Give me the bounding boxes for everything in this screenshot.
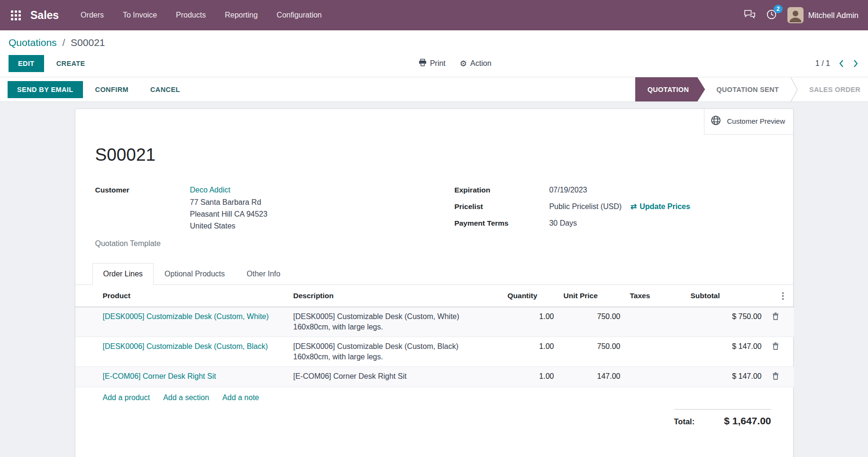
printer-icon <box>419 59 427 68</box>
user-name: Mitchell Admin <box>808 11 859 20</box>
line-add-links: Add a product Add a section Add a note <box>75 387 793 408</box>
col-header-description[interactable]: Description <box>289 285 503 307</box>
payment-terms-value: 30 Days <box>549 217 577 229</box>
line-unit-price: 750.00 <box>559 307 625 337</box>
field-group: Customer Deco Addict 77 Santa Barbara Rd… <box>95 184 773 248</box>
payment-terms-label: Payment Terms <box>454 217 549 229</box>
pager: 1 / 1 <box>815 58 859 69</box>
top-navbar: Sales Orders To Invoice Products Reporti… <box>0 0 868 30</box>
row-handle <box>75 337 98 367</box>
delete-line-button[interactable] <box>771 311 780 321</box>
print-button[interactable]: Print <box>419 59 446 68</box>
send-by-email-button[interactable]: SEND BY EMAIL <box>8 81 83 98</box>
customer-preview-label: Customer Preview <box>727 117 786 126</box>
customer-preview-button[interactable]: Customer Preview <box>704 109 793 135</box>
table-header-row: Product Description Quantity Unit Price … <box>75 285 794 307</box>
customer-link[interactable]: Deco Addict <box>190 186 230 194</box>
user-menu[interactable]: Mitchell Admin <box>787 7 859 23</box>
cancel-button[interactable]: CANCEL <box>141 81 190 98</box>
navbar-systray: 2 Mitchell Admin <box>744 7 859 23</box>
order-line-row[interactable]: [E-COM06] Corner Desk Right Sit [E-COM06… <box>75 367 794 387</box>
col-header-handle <box>75 285 98 307</box>
edit-button[interactable]: EDIT <box>9 55 44 72</box>
nav-item-to-invoice[interactable]: To Invoice <box>113 0 166 30</box>
chevron-separator-icon <box>790 77 798 101</box>
action-button[interactable]: ⚙ Action <box>460 59 492 68</box>
apps-menu-button[interactable] <box>5 4 27 26</box>
quotation-title: S00021 <box>95 145 773 165</box>
expiration-value: 07/19/2023 <box>549 184 587 196</box>
tab-optional-products[interactable]: Optional Products <box>154 263 236 285</box>
breadcrumb: Quotations / S00021 <box>9 37 859 48</box>
delete-line-button[interactable] <box>771 341 780 351</box>
col-header-subtotal[interactable]: Subtotal <box>686 285 767 307</box>
line-subtotal: $ 147.00 <box>686 367 767 387</box>
activities-button[interactable]: 2 <box>766 9 777 21</box>
pager-value: 1 / 1 <box>815 59 830 68</box>
nav-item-products[interactable]: Products <box>166 0 215 30</box>
pricelist-label: Pricelist <box>454 201 549 213</box>
nav-item-reporting[interactable]: Reporting <box>215 0 267 30</box>
refresh-icon: ⇄ <box>630 203 637 210</box>
avatar <box>787 7 804 23</box>
line-taxes <box>625 367 686 387</box>
app-brand[interactable]: Sales <box>30 9 59 22</box>
quotation-sheet: Customer Preview S00021 Customer Deco Ad… <box>75 109 794 457</box>
status-sales-order[interactable]: SALES ORDER <box>798 77 868 101</box>
address-line: United States <box>190 220 268 232</box>
control-panel-buttons: EDIT CREATE Print ⚙ Action 1 / 1 <box>9 55 859 72</box>
delete-line-button[interactable] <box>771 371 780 381</box>
line-taxes <box>625 337 686 367</box>
product-link[interactable]: [DESK0005] Customizable Desk (Custom, Wh… <box>103 312 269 320</box>
pager-previous-button[interactable] <box>838 58 845 69</box>
tab-other-info[interactable]: Other Info <box>236 263 291 285</box>
apps-grid-icon <box>11 10 21 20</box>
line-quantity: 1.00 <box>503 307 559 337</box>
confirm-button[interactable]: CONFIRM <box>86 81 138 98</box>
main-menu: Orders To Invoice Products Reporting Con… <box>71 0 331 30</box>
col-header-product[interactable]: Product <box>98 285 289 307</box>
line-description: [DESK0005] Customizable Desk (Custom, Wh… <box>289 307 503 337</box>
line-unit-price: 750.00 <box>559 337 625 367</box>
add-product-link[interactable]: Add a product <box>103 393 150 402</box>
product-link[interactable]: [DESK0006] Customizable Desk (Custom, Bl… <box>103 342 268 350</box>
quotation-template-label: Quotation Template <box>95 239 455 248</box>
action-label: Action <box>470 59 491 68</box>
sheet-bottom-padding <box>75 427 793 457</box>
update-prices-button[interactable]: ⇄ Update Prices <box>630 201 690 213</box>
sheet-top-band: Customer Preview <box>75 109 793 135</box>
status-quotation[interactable]: QUOTATION <box>635 77 705 101</box>
line-quantity: 1.00 <box>503 367 559 387</box>
address-line: 77 Santa Barbara Rd <box>190 196 268 208</box>
create-button[interactable]: CREATE <box>47 55 95 72</box>
nav-item-configuration[interactable]: Configuration <box>267 0 331 30</box>
globe-icon <box>710 115 722 128</box>
breadcrumb-current: S00021 <box>71 37 105 48</box>
notebook-tabs: Order Lines Optional Products Other Info <box>75 263 793 285</box>
tab-order-lines[interactable]: Order Lines <box>92 263 154 285</box>
product-link[interactable]: [E-COM06] Corner Desk Right Sit <box>103 372 216 380</box>
chat-icon <box>744 9 756 21</box>
order-line-row[interactable]: [DESK0005] Customizable Desk (Custom, Wh… <box>75 307 794 337</box>
col-header-unit-price[interactable]: Unit Price <box>559 285 625 307</box>
status-quotation-sent[interactable]: QUOTATION SENT <box>705 77 790 101</box>
pager-next-button[interactable] <box>852 58 859 69</box>
line-unit-price: 147.00 <box>559 367 625 387</box>
add-note-link[interactable]: Add a note <box>222 393 259 402</box>
messages-button[interactable] <box>744 9 756 21</box>
totals-box: Total: $ 1,647.00 <box>674 409 771 427</box>
nav-item-orders[interactable]: Orders <box>71 0 113 30</box>
customer-address: 77 Santa Barbara Rd Pleasant Hill CA 945… <box>190 196 268 232</box>
expiration-label: Expiration <box>454 184 549 196</box>
col-header-quantity[interactable]: Quantity <box>503 285 559 307</box>
gear-icon: ⚙ <box>460 60 467 68</box>
breadcrumb-quotations[interactable]: Quotations <box>9 37 57 48</box>
statusbar: SEND BY EMAIL CONFIRM CANCEL QUOTATION Q… <box>0 77 868 102</box>
optional-columns-toggle-icon[interactable]: ⋮ <box>771 291 789 301</box>
add-section-link[interactable]: Add a section <box>163 393 209 402</box>
col-header-options: ⋮ <box>767 285 794 307</box>
address-line: Pleasant Hill CA 94523 <box>190 208 268 220</box>
order-line-row[interactable]: [DESK0006] Customizable Desk (Custom, Bl… <box>75 337 794 367</box>
control-panel: Quotations / S00021 EDIT CREATE Print ⚙ <box>0 30 868 77</box>
col-header-taxes[interactable]: Taxes <box>625 285 686 307</box>
